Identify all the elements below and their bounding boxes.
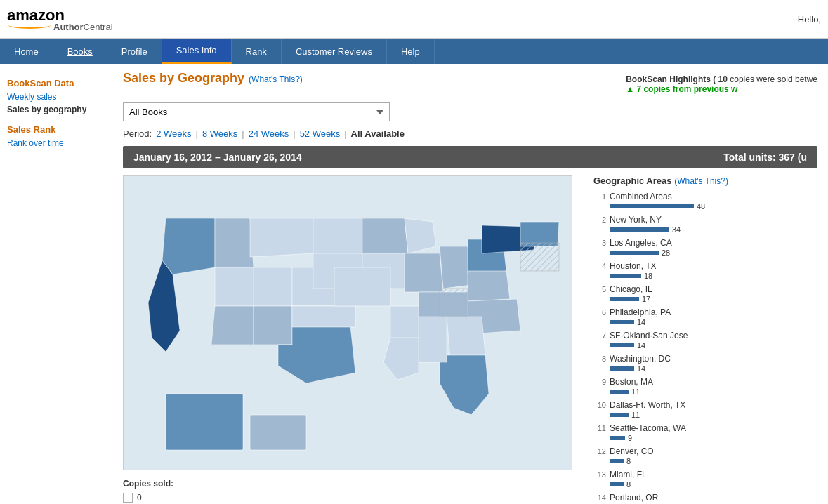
- geo-item-details: Los Angeles, CA28: [610, 238, 817, 257]
- svg-marker-11: [254, 306, 292, 345]
- geo-item-name: New York, NY: [610, 215, 817, 225]
- geo-item-bar: [610, 436, 625, 440]
- sidebar-rank-over-time[interactable]: Rank over time: [7, 138, 105, 148]
- geo-item-name: Combined Areas: [610, 192, 817, 201]
- geo-item-bar-row: 14: [610, 318, 817, 326]
- geo-list-item: 9Boston, MA11: [593, 377, 817, 396]
- geo-list-item: 2New York, NY34: [593, 215, 817, 234]
- nav-home[interactable]: Home: [0, 39, 53, 64]
- nav-customer-reviews[interactable]: Customer Reviews: [282, 39, 387, 64]
- svg-marker-26: [419, 317, 447, 362]
- geo-item-bar: [610, 459, 624, 463]
- geo-list-item: 7SF-Okland-San Jose14: [593, 331, 817, 350]
- geo-item-details: Boston, MA11: [610, 377, 817, 396]
- geo-item-bar: [610, 204, 694, 208]
- svg-marker-22: [468, 271, 510, 301]
- period-2weeks[interactable]: 2 Weeks: [156, 128, 191, 139]
- geo-item-bar-row: 14: [610, 364, 817, 373]
- map-svg: [124, 176, 572, 470]
- geo-item-details: Seattle-Tacoma, WA9: [610, 423, 817, 442]
- geo-item-bar-row: 11: [610, 411, 817, 419]
- geo-item-count: 11: [631, 411, 640, 419]
- geo-whats-this-link[interactable]: (What's This?): [674, 176, 728, 186]
- legend-title: Copies sold:: [123, 479, 579, 489]
- geo-item-count: 48: [697, 202, 705, 211]
- period-8weeks[interactable]: 8 Weeks: [202, 128, 237, 139]
- period-52weeks[interactable]: 52 Weeks: [300, 128, 341, 139]
- geo-item-name: Boston, MA: [610, 377, 817, 387]
- book-select-row: All Books: [123, 102, 817, 121]
- header: amazon AuthorCentral Hello,: [0, 0, 828, 39]
- geo-item-count: 14: [637, 318, 645, 326]
- geo-item-count: 14: [637, 364, 645, 373]
- geo-item-bar: [610, 297, 639, 301]
- geo-list-item: 3Los Angeles, CA28: [593, 238, 817, 257]
- bookscan-section-title: BookScan Data: [7, 78, 105, 88]
- geo-item-name: Philadelphia, PA: [610, 307, 817, 317]
- geo-item-count: 18: [644, 272, 652, 280]
- date-range: January 16, 2012 – January 26, 2014: [133, 152, 302, 163]
- nav-books[interactable]: Books: [53, 39, 107, 64]
- nav-sales-info[interactable]: Sales Info: [162, 39, 232, 64]
- svg-marker-9: [215, 267, 254, 306]
- nav-help[interactable]: Help: [387, 39, 435, 64]
- sidebar: BookScan Data Weekly sales Sales by geog…: [0, 64, 112, 504]
- content-area: Sales by Geography (What's This?) BookSc…: [112, 64, 828, 504]
- geo-list-item: 1Combined Areas48: [593, 192, 817, 211]
- geo-list-item: 6Philadelphia, PA14: [593, 307, 817, 326]
- svg-marker-30: [334, 267, 390, 306]
- geo-item-details: Chicago, IL17: [610, 284, 817, 303]
- total-units: Total units: 367 (u: [723, 152, 807, 163]
- sidebar-sales-by-geography[interactable]: Sales by geography: [7, 105, 105, 114]
- period-label: Period:: [123, 128, 152, 139]
- geo-item-details: Dallas-Ft. Worth, TX11: [610, 400, 817, 419]
- geo-list-item: 13Miami, FL8: [593, 470, 817, 489]
- page-title-row: Sales by Geography (What's This?) BookSc…: [123, 71, 817, 94]
- geo-item-name: Denver, CO: [610, 446, 817, 456]
- geo-list-item: 4Houston, TX18: [593, 261, 817, 280]
- geo-item-num: 6: [593, 308, 606, 317]
- geo-list-item: 11Seattle-Tacoma, WA9: [593, 423, 817, 442]
- geo-item-details: Denver, CO8: [610, 446, 817, 465]
- geo-list-item: 10Dallas-Ft. Worth, TX11: [593, 400, 817, 419]
- geo-list: 1Combined Areas482New York, NY343Los Ang…: [593, 192, 817, 504]
- legend-item-0: 0: [123, 493, 579, 503]
- page-title: Sales by Geography: [123, 71, 244, 86]
- logo-area: amazon AuthorCentral: [7, 6, 113, 32]
- period-24weeks[interactable]: 24 Weeks: [249, 128, 289, 139]
- svg-marker-3: [215, 218, 254, 267]
- geo-item-bar-row: 28: [610, 248, 817, 257]
- geo-item-bar-row: 34: [610, 225, 817, 234]
- geo-item-bar-row: 8: [610, 457, 817, 465]
- geo-item-name: Miami, FL: [610, 470, 817, 479]
- svg-marker-5: [313, 218, 362, 253]
- geo-item-bar-row: 9: [610, 434, 817, 442]
- book-select[interactable]: All Books: [123, 102, 390, 121]
- sidebar-sales-rank-title: Sales Rank: [7, 124, 105, 135]
- geo-item-name: Seattle-Tacoma, WA: [610, 423, 817, 433]
- geo-item-details: SF-Okland-San Jose14: [610, 331, 817, 350]
- geo-item-details: Portland, OR6: [610, 493, 817, 504]
- svg-marker-24: [447, 317, 485, 359]
- period-row: Period: 2 Weeks | 8 Weeks | 24 Weeks | 5…: [123, 128, 817, 139]
- geo-item-bar: [610, 251, 659, 255]
- geo-item-bar: [610, 343, 634, 347]
- geo-item-count: 11: [631, 387, 640, 396]
- whats-this-link[interactable]: (What's This?): [249, 74, 303, 84]
- geo-item-name: Dallas-Ft. Worth, TX: [610, 400, 817, 410]
- geo-item-name: Portland, OR: [610, 493, 817, 503]
- sidebar-weekly-sales[interactable]: Weekly sales: [7, 92, 105, 102]
- geo-list-item: 5Chicago, IL17: [593, 284, 817, 303]
- period-all-available: All Available: [351, 128, 405, 139]
- date-bar: January 16, 2012 – January 26, 2014 Tota…: [123, 146, 817, 168]
- geo-item-num: 1: [593, 192, 606, 201]
- svg-marker-8: [254, 267, 292, 306]
- nav-profile[interactable]: Profile: [107, 39, 162, 64]
- geo-item-bar-row: 17: [610, 295, 817, 303]
- svg-rect-35: [440, 289, 468, 317]
- geo-item-num: 14: [593, 493, 606, 502]
- geo-item-num: 8: [593, 354, 606, 363]
- geo-item-details: Philadelphia, PA14: [610, 307, 817, 326]
- nav-rank[interactable]: Rank: [232, 39, 282, 64]
- svg-marker-18: [440, 246, 471, 289]
